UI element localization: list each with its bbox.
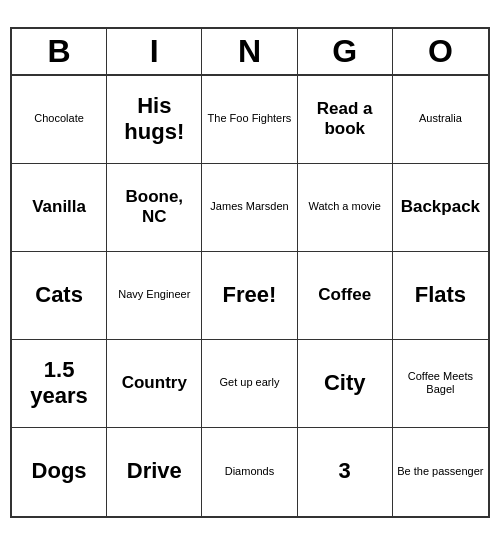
bingo-header: BINGO [12,29,488,76]
header-letter-g: G [298,29,393,74]
bingo-cell-13: Coffee [298,252,393,340]
bingo-cell-7: James Marsden [202,164,297,252]
bingo-cell-9: Backpack [393,164,488,252]
header-letter-n: N [202,29,297,74]
bingo-cell-2: The Foo Fighters [202,76,297,164]
bingo-cell-19: Coffee Meets Bagel [393,340,488,428]
bingo-cell-4: Australia [393,76,488,164]
bingo-cell-6: Boone, NC [107,164,202,252]
bingo-cell-15: 1.5 years [12,340,107,428]
bingo-cell-20: Dogs [12,428,107,516]
bingo-cell-22: Diamonds [202,428,297,516]
bingo-cell-11: Navy Engineer [107,252,202,340]
bingo-cell-8: Watch a movie [298,164,393,252]
bingo-cell-16: Country [107,340,202,428]
bingo-cell-1: His hugs! [107,76,202,164]
bingo-cell-10: Cats [12,252,107,340]
header-letter-i: I [107,29,202,74]
header-letter-o: O [393,29,488,74]
bingo-cell-14: Flats [393,252,488,340]
bingo-cell-17: Get up early [202,340,297,428]
bingo-cell-23: 3 [298,428,393,516]
bingo-card: BINGO ChocolateHis hugs!The Foo Fighters… [10,27,490,518]
bingo-cell-3: Read a book [298,76,393,164]
bingo-cell-24: Be the passenger [393,428,488,516]
header-letter-b: B [12,29,107,74]
bingo-grid: ChocolateHis hugs!The Foo FightersRead a… [12,76,488,516]
bingo-cell-5: Vanilla [12,164,107,252]
bingo-cell-12: Free! [202,252,297,340]
bingo-cell-21: Drive [107,428,202,516]
bingo-cell-18: City [298,340,393,428]
bingo-cell-0: Chocolate [12,76,107,164]
